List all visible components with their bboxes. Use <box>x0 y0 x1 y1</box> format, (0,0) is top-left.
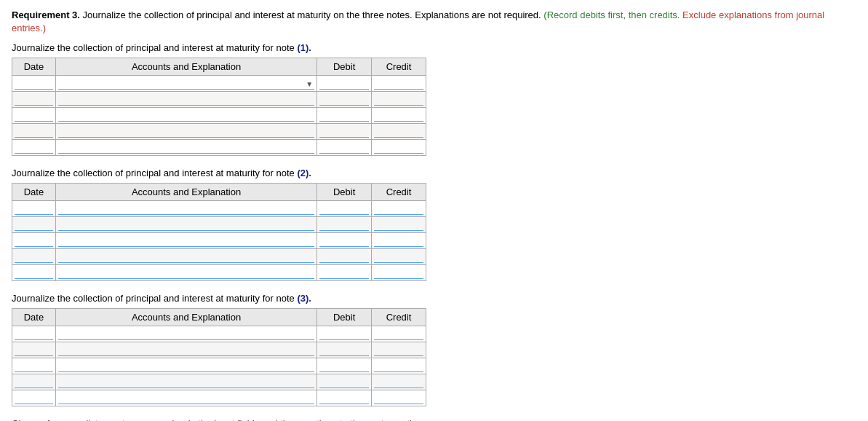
date-input-2-5[interactable] <box>15 267 53 279</box>
accounts-input-3-4[interactable] <box>58 376 314 388</box>
debit-input-2-4[interactable] <box>319 251 369 263</box>
credit-input-1-5[interactable] <box>374 141 423 154</box>
date-input-2-2[interactable] <box>15 219 53 231</box>
accounts-input-2-1[interactable] <box>58 202 314 215</box>
accounts-input-3-5[interactable] <box>58 392 314 404</box>
accounts-input-1-3[interactable] <box>58 109 314 122</box>
note2-table: Date Accounts and Explanation Debit Cred… <box>12 183 426 281</box>
accounts-input-3-3[interactable] <box>58 360 314 372</box>
debit-cell <box>317 217 372 233</box>
date-input-3-1[interactable] <box>15 328 53 340</box>
date-input-3-2[interactable] <box>15 344 53 356</box>
header-date-3: Date <box>12 309 56 326</box>
credit-input-2-2[interactable] <box>374 219 423 231</box>
date-input-1-2[interactable] <box>15 93 53 106</box>
date-cell <box>12 374 56 390</box>
note3-table: Date Accounts and Explanation Debit Cred… <box>12 308 426 406</box>
debit-cell <box>317 201 372 217</box>
debit-input-3-5[interactable] <box>319 392 369 404</box>
date-input-2-3[interactable] <box>15 235 53 247</box>
debit-input-1-1[interactable] <box>319 77 369 90</box>
credit-input-2-5[interactable] <box>374 267 423 279</box>
credit-input-1-3[interactable] <box>374 109 423 122</box>
accounts-input-1-4[interactable] <box>58 125 314 138</box>
debit-input-2-1[interactable] <box>319 202 369 215</box>
debit-input-1-2[interactable] <box>319 93 369 106</box>
credit-input-1-2[interactable] <box>374 93 423 106</box>
date-input-2-4[interactable] <box>15 251 53 263</box>
date-cell <box>12 390 56 406</box>
credit-input-3-4[interactable] <box>374 376 423 388</box>
credit-cell <box>372 108 426 124</box>
date-input-1-4[interactable] <box>15 125 53 138</box>
debit-input-3-3[interactable] <box>319 360 369 372</box>
table-row <box>12 108 426 124</box>
debit-input-3-1[interactable] <box>319 328 369 340</box>
credit-input-3-2[interactable] <box>374 344 423 356</box>
header-credit-3: Credit <box>372 309 426 326</box>
date-cell <box>12 108 56 124</box>
credit-input-3-1[interactable] <box>374 328 423 340</box>
table-row <box>12 374 426 390</box>
note3-intro: Journalize the collection of principal a… <box>12 293 856 304</box>
accounts-cell <box>55 249 316 265</box>
credit-cell <box>372 92 426 108</box>
table-row <box>12 201 426 217</box>
date-input-1-1[interactable] <box>15 77 53 90</box>
requirement-text: Requirement 3. Journalize the collection… <box>12 9 856 35</box>
date-cell <box>12 326 56 342</box>
date-input-3-3[interactable] <box>15 360 53 372</box>
accounts-cell <box>55 374 316 390</box>
header-accounts-1: Accounts and Explanation <box>55 58 316 76</box>
debit-input-1-4[interactable] <box>319 125 369 138</box>
header-accounts-3: Accounts and Explanation <box>55 309 316 326</box>
debit-input-2-2[interactable] <box>319 219 369 231</box>
credit-cell <box>372 124 426 140</box>
note1-table: Date Accounts and Explanation Debit Cred… <box>12 58 426 156</box>
accounts-input-2-2[interactable] <box>58 219 314 231</box>
date-input-3-4[interactable] <box>15 376 53 388</box>
debit-input-3-2[interactable] <box>319 344 369 356</box>
credit-input-2-1[interactable] <box>374 202 423 215</box>
date-input-1-3[interactable] <box>15 109 53 122</box>
accounts-input-1-5[interactable] <box>58 141 314 154</box>
date-input-2-1[interactable] <box>15 202 53 215</box>
debit-input-3-4[interactable] <box>319 376 369 388</box>
credit-input-1-4[interactable] <box>374 125 423 138</box>
table-row <box>12 358 426 374</box>
accounts-input-1-2[interactable] <box>58 93 314 106</box>
date-input-1-5[interactable] <box>15 141 53 154</box>
accounts-cell <box>55 108 316 124</box>
credit-input-1-1[interactable] <box>374 77 423 90</box>
credit-input-2-3[interactable] <box>374 235 423 247</box>
debit-input-1-3[interactable] <box>319 109 369 122</box>
date-input-3-5[interactable] <box>15 392 53 404</box>
credit-input-3-3[interactable] <box>374 360 423 372</box>
credit-input-3-5[interactable] <box>374 392 423 404</box>
accounts-cell <box>55 342 316 358</box>
date-cell <box>12 76 56 92</box>
date-cell <box>12 249 56 265</box>
debit-cell <box>317 140 372 156</box>
credit-cell <box>372 358 426 374</box>
accounts-input-2-5[interactable] <box>58 267 314 279</box>
accounts-select-1-1[interactable] <box>58 77 314 90</box>
debit-input-2-3[interactable] <box>319 235 369 247</box>
accounts-input-2-4[interactable] <box>58 251 314 263</box>
debit-cell <box>317 124 372 140</box>
debit-input-2-5[interactable] <box>319 267 369 279</box>
debit-cell <box>317 92 372 108</box>
note2-intro: Journalize the collection of principal a… <box>12 168 856 178</box>
debit-input-1-5[interactable] <box>319 141 369 154</box>
accounts-input-3-2[interactable] <box>58 344 314 356</box>
credit-cell <box>372 76 426 92</box>
accounts-cell <box>55 233 316 249</box>
accounts-input-2-3[interactable] <box>58 235 314 247</box>
accounts-cell <box>55 124 316 140</box>
credit-cell <box>372 374 426 390</box>
credit-input-2-4[interactable] <box>374 251 423 263</box>
accounts-input-3-1[interactable] <box>58 328 314 340</box>
accounts-cell <box>55 358 316 374</box>
note1-section: Journalize the collection of principal a… <box>12 42 856 156</box>
accounts-select-wrapper-1-1: ▼ <box>58 77 314 90</box>
